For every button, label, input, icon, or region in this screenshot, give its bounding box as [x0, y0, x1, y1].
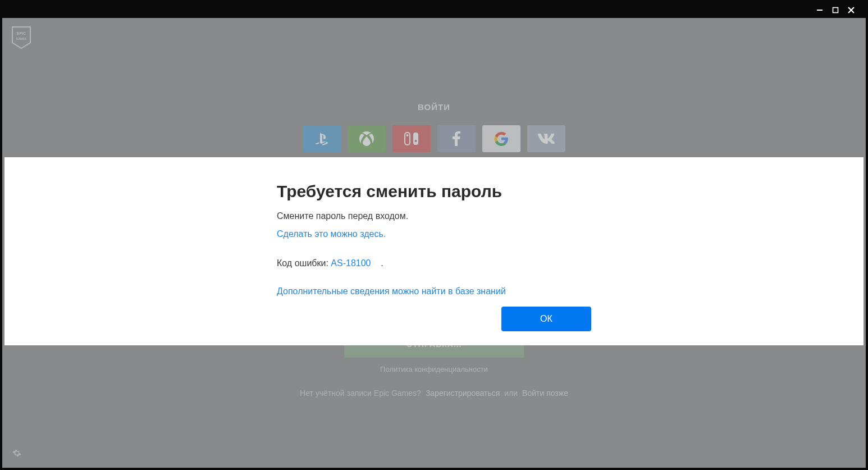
window-frame: EPIC GAMES ВОЙТИ	[0, 0, 868, 470]
vk-login-button[interactable]	[527, 125, 565, 152]
login-later-link[interactable]: Войти позже	[522, 389, 568, 398]
modal-actions: ОК	[277, 307, 591, 331]
settings-icon[interactable]	[12, 449, 21, 460]
google-login-button[interactable]	[482, 125, 520, 152]
facebook-login-button[interactable]	[437, 125, 476, 152]
login-block: ВОЙТИ	[288, 102, 580, 152]
error-label: Код ошибки:	[277, 258, 328, 268]
close-button[interactable]	[847, 6, 856, 15]
maximize-button[interactable]	[831, 6, 840, 15]
register-link[interactable]: Зарегистрироваться	[426, 389, 500, 398]
modal-content: Требуется сменить пароль Смените пароль …	[277, 182, 591, 296]
error-code-link[interactable]: AS-18100	[331, 258, 371, 268]
xbox-login-button[interactable]	[348, 125, 386, 152]
playstation-login-button[interactable]	[303, 125, 341, 152]
svg-text:EPIC: EPIC	[17, 31, 26, 35]
ok-button[interactable]: ОК	[501, 307, 591, 331]
no-account-label: Нет учётной записи Epic Games?	[300, 389, 421, 398]
error-suffix: .	[381, 258, 383, 268]
app-content: EPIC GAMES ВОЙТИ	[2, 18, 866, 468]
social-login-row	[288, 125, 580, 152]
svg-rect-1	[833, 8, 838, 13]
modal-message: Смените пароль перед входом.	[277, 211, 591, 221]
error-line: Код ошибки: AS-18100 .	[277, 258, 591, 268]
privacy-policy-link[interactable]: Политика конфиденциальности	[380, 365, 488, 373]
or-label: или	[504, 389, 518, 398]
epic-games-logo: EPIC GAMES	[11, 26, 31, 49]
modal-title: Требуется сменить пароль	[277, 182, 591, 201]
svg-point-9	[415, 140, 417, 142]
change-password-link[interactable]: Сделать это можно здесь.	[277, 229, 386, 239]
nintendo-login-button[interactable]	[392, 125, 431, 152]
titlebar	[2, 2, 866, 18]
svg-text:GAMES: GAMES	[16, 37, 27, 40]
knowledge-base-link[interactable]: Дополнительные сведения можно найти в ба…	[277, 286, 506, 296]
login-title: ВОЙТИ	[288, 102, 580, 112]
svg-rect-8	[413, 133, 418, 145]
svg-point-7	[406, 134, 409, 136]
footer-line: Нет учётной записи Epic Games? Зарегистр…	[300, 389, 568, 398]
password-change-modal: Требуется сменить пароль Смените пароль …	[4, 157, 864, 345]
minimize-button[interactable]	[815, 6, 824, 15]
